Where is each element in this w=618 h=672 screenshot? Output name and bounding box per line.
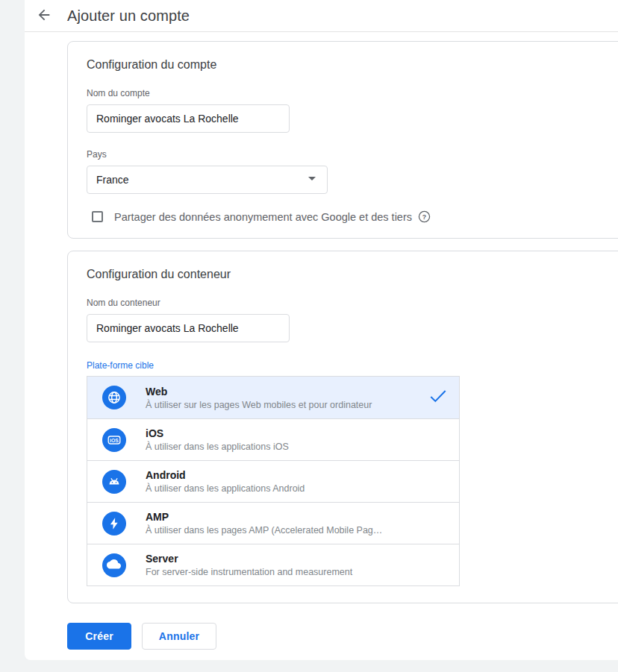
form-actions: Créer Annuler: [67, 623, 618, 650]
container-name-input[interactable]: [87, 314, 290, 342]
svg-text:iOS: iOS: [110, 437, 119, 442]
arrow-left-icon: [36, 7, 52, 25]
globe-icon: [102, 386, 126, 409]
svg-text:?: ?: [422, 213, 426, 221]
container-name-label: Nom du conteneur: [87, 298, 615, 308]
container-section-title: Configuration du conteneur: [87, 268, 615, 281]
account-name-label: Nom du compte: [87, 88, 615, 98]
target-platform-label: Plate-forme cible: [87, 360, 615, 371]
platform-name: Web: [146, 386, 372, 398]
android-icon: [102, 470, 126, 494]
page-header: Ajouter un compte: [25, 0, 618, 32]
platform-description: À utiliser dans les pages AMP (Accelerat…: [146, 525, 382, 536]
platform-row-server[interactable]: Server For server-side instrumentation a…: [87, 544, 459, 585]
server-icon: [102, 553, 126, 577]
help-icon[interactable]: ?: [418, 210, 431, 223]
account-configuration-card: Configuration du compte Nom du compte Pa…: [67, 41, 618, 239]
platform-description: À utiliser dans les applications iOS: [146, 442, 289, 452]
container-configuration-card: Configuration du conteneur Nom du conten…: [67, 251, 618, 603]
share-data-label: Partager des données anonymement avec Go…: [114, 211, 412, 223]
country-select[interactable]: France: [87, 166, 328, 194]
platform-row-web[interactable]: Web À utiliser sur les pages Web mobiles…: [87, 377, 459, 418]
checkmark-icon: [429, 389, 447, 406]
amp-icon: [102, 512, 126, 536]
account-section-title: Configuration du compte: [87, 58, 615, 72]
share-data-row: Partager des données anonymement avec Go…: [92, 210, 615, 223]
page-title: Ajouter un compte: [67, 7, 190, 25]
platform-row-amp[interactable]: AMP À utiliser dans les pages AMP (Accel…: [87, 502, 459, 544]
country-selected-value: France: [96, 174, 303, 186]
ios-icon: iOS: [102, 428, 126, 452]
country-label: Pays: [87, 149, 615, 160]
main-panel: Ajouter un compte Configuration du compt…: [25, 0, 618, 660]
platform-row-android[interactable]: Android À utiliser dans les applications…: [87, 460, 459, 502]
platform-name: AMP: [146, 511, 382, 523]
platform-name: iOS: [146, 427, 289, 439]
account-name-input[interactable]: [87, 104, 290, 133]
share-data-checkbox[interactable]: [92, 211, 103, 222]
cancel-button[interactable]: Annuler: [142, 623, 216, 650]
create-button[interactable]: Créer: [67, 623, 131, 650]
platform-description: À utiliser dans les applications Android: [146, 483, 305, 494]
platform-description: For server-side instrumentation and meas…: [146, 567, 352, 577]
platform-list: Web À utiliser sur les pages Web mobiles…: [87, 376, 460, 586]
chevron-down-icon: [303, 169, 321, 190]
platform-row-ios[interactable]: iOS iOS À utiliser dans les applications…: [87, 418, 459, 460]
platform-description: À utiliser sur les pages Web mobiles et …: [146, 400, 372, 410]
platform-name: Android: [146, 469, 305, 481]
platform-name: Server: [146, 553, 352, 565]
back-button[interactable]: [35, 7, 53, 25]
